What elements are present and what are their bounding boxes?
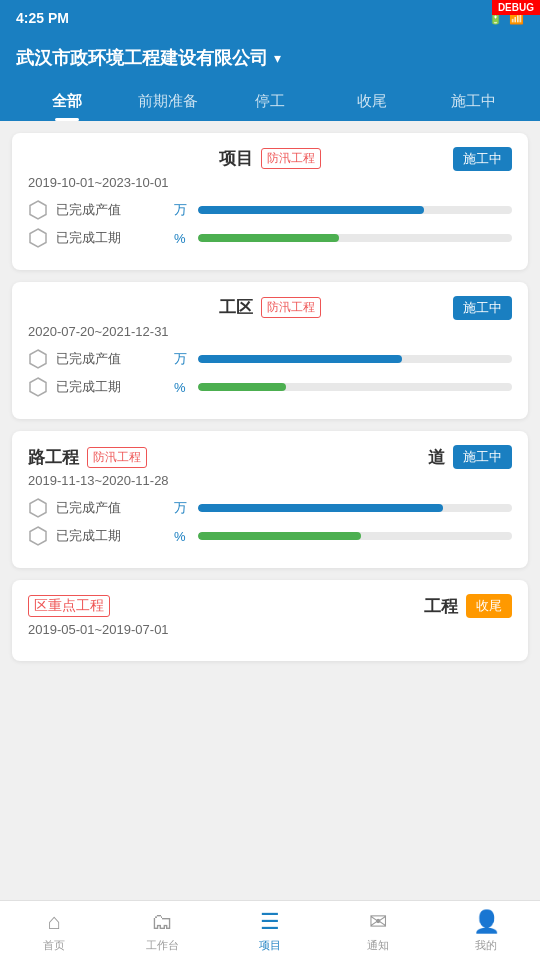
card-1-status: 施工中	[453, 147, 512, 171]
nav-workbench-label: 工作台	[146, 938, 179, 953]
card-2-row1-label: 已完成产值	[56, 350, 128, 368]
card-2-status: 施工中	[453, 296, 512, 320]
svg-marker-4	[30, 499, 46, 517]
svg-marker-1	[30, 229, 46, 247]
card-1-row-2: 已完成工期 %	[28, 228, 512, 248]
card-1-row2-bar	[198, 234, 512, 242]
status-bar: 4:25 PM 🔋 📶	[0, 0, 540, 36]
card-3-title-left-text: 路工程	[28, 446, 79, 469]
company-row[interactable]: 武汉市政环境工程建设有限公司 ▾	[16, 46, 524, 82]
card-1-date: 2019-10-01~2023-10-01	[28, 175, 512, 190]
tab-finishing[interactable]: 收尾	[321, 82, 423, 121]
card-3-date: 2019-11-13~2020-11-28	[28, 473, 512, 488]
project-icon: ☰	[260, 909, 280, 935]
content-wrapper: 项目 防汛工程 施工中 2019-10-01~2023-10-01 已完成产值 …	[0, 121, 540, 745]
dropdown-icon[interactable]: ▾	[274, 50, 281, 66]
card-3-row2-bar	[198, 532, 512, 540]
hex-icon-6	[28, 526, 48, 546]
status-time: 4:25 PM	[16, 10, 69, 26]
nav-notify-label: 通知	[367, 938, 389, 953]
svg-marker-5	[30, 527, 46, 545]
debug-badge: DEBUG	[492, 0, 540, 15]
card-3-header: 路工程 防汛工程 道 施工中	[28, 445, 512, 469]
card-2-row2-unit: %	[174, 380, 190, 395]
nav-home-label: 首页	[43, 938, 65, 953]
card-3-row1-label: 已完成产值	[56, 499, 128, 517]
card-3-row-1: 已完成产值 万	[28, 498, 512, 518]
card-3[interactable]: 路工程 防汛工程 道 施工中 2019-11-13~2020-11-28 已完成…	[12, 431, 528, 568]
card-1-row1-label: 已完成产值	[56, 201, 128, 219]
card-2-tag: 防汛工程	[261, 297, 321, 318]
card-1-title: 项目	[219, 147, 253, 170]
header: 武汉市政环境工程建设有限公司 ▾ 全部 前期准备 停工 收尾 施工中	[0, 36, 540, 121]
card-2-row-1: 已完成产值 万	[28, 349, 512, 369]
svg-marker-3	[30, 378, 46, 396]
card-3-row1-bar-fill	[198, 504, 443, 512]
card-3-row2-unit: %	[174, 529, 190, 544]
card-2-row1-bar-fill	[198, 355, 402, 363]
card-2[interactable]: 工区 防汛工程 施工中 2020-07-20~2021-12-31 已完成产值 …	[12, 282, 528, 419]
nav-mine[interactable]: 👤 我的	[432, 901, 540, 960]
card-3-title-left: 路工程 防汛工程	[28, 446, 147, 469]
mine-icon: 👤	[473, 909, 500, 935]
card-2-row1-unit: 万	[174, 350, 190, 368]
hex-icon-5	[28, 498, 48, 518]
card-1-row2-unit: %	[174, 231, 190, 246]
hex-icon-1	[28, 200, 48, 220]
card-2-row2-bar	[198, 383, 512, 391]
card-4[interactable]: 区重点工程 工程 收尾 2019-05-01~2019-07-01	[12, 580, 528, 661]
card-4-tag: 区重点工程	[28, 595, 110, 617]
card-1-row2-bar-fill	[198, 234, 339, 242]
card-3-status: 施工中	[453, 445, 512, 469]
card-3-row2-bar-fill	[198, 532, 361, 540]
card-1-row1-unit: 万	[174, 201, 190, 219]
card-3-title-right-text: 道	[428, 446, 445, 469]
card-3-tag: 防汛工程	[87, 447, 147, 468]
bottom-nav: ⌂ 首页 🗂 工作台 ☰ 项目 ✉ 通知 👤 我的	[0, 900, 540, 960]
workbench-icon: 🗂	[151, 909, 173, 935]
card-2-row2-label: 已完成工期	[56, 378, 128, 396]
card-2-date: 2020-07-20~2021-12-31	[28, 324, 512, 339]
card-1-title-area: 项目 防汛工程	[88, 147, 452, 170]
card-4-title-right: 工程	[424, 595, 458, 618]
card-1-row1-bar-fill	[198, 206, 424, 214]
svg-marker-2	[30, 350, 46, 368]
nav-notify[interactable]: ✉ 通知	[324, 901, 432, 960]
card-1-tag: 防汛工程	[261, 148, 321, 169]
card-2-header: 工区 防汛工程 施工中	[28, 296, 512, 320]
tab-early-prep[interactable]: 前期准备	[118, 82, 220, 121]
nav-mine-label: 我的	[475, 938, 497, 953]
tab-all[interactable]: 全部	[16, 82, 118, 121]
card-2-title: 工区	[219, 296, 253, 319]
card-3-row1-unit: 万	[174, 499, 190, 517]
tabs-bar: 全部 前期准备 停工 收尾 施工中	[16, 82, 524, 121]
card-2-row1-bar	[198, 355, 512, 363]
card-3-title-right: 道 施工中	[428, 445, 512, 469]
card-4-header: 区重点工程 工程 收尾	[28, 594, 512, 618]
card-1-row-1: 已完成产值 万	[28, 200, 512, 220]
card-3-row-2: 已完成工期 %	[28, 526, 512, 546]
card-1[interactable]: 项目 防汛工程 施工中 2019-10-01~2023-10-01 已完成产值 …	[12, 133, 528, 270]
card-1-header: 项目 防汛工程 施工中	[28, 147, 512, 171]
hex-icon-3	[28, 349, 48, 369]
notify-icon: ✉	[369, 909, 387, 935]
card-2-row-2: 已完成工期 %	[28, 377, 512, 397]
card-1-row1-bar	[198, 206, 512, 214]
hex-icon-4	[28, 377, 48, 397]
nav-project-label: 项目	[259, 938, 281, 953]
card-4-date: 2019-05-01~2019-07-01	[28, 622, 512, 637]
company-name: 武汉市政环境工程建设有限公司	[16, 46, 268, 70]
svg-marker-0	[30, 201, 46, 219]
card-4-status: 收尾	[466, 594, 512, 618]
card-3-row2-label: 已完成工期	[56, 527, 128, 545]
card-list: 项目 防汛工程 施工中 2019-10-01~2023-10-01 已完成产值 …	[0, 121, 540, 673]
tab-stopped[interactable]: 停工	[219, 82, 321, 121]
home-icon: ⌂	[47, 909, 60, 935]
card-2-row2-bar-fill	[198, 383, 286, 391]
card-1-row2-label: 已完成工期	[56, 229, 128, 247]
tab-construction[interactable]: 施工中	[422, 82, 524, 121]
nav-workbench[interactable]: 🗂 工作台	[108, 901, 216, 960]
nav-project[interactable]: ☰ 项目	[216, 901, 324, 960]
card-2-title-area: 工区 防汛工程	[88, 296, 452, 319]
nav-home[interactable]: ⌂ 首页	[0, 901, 108, 960]
